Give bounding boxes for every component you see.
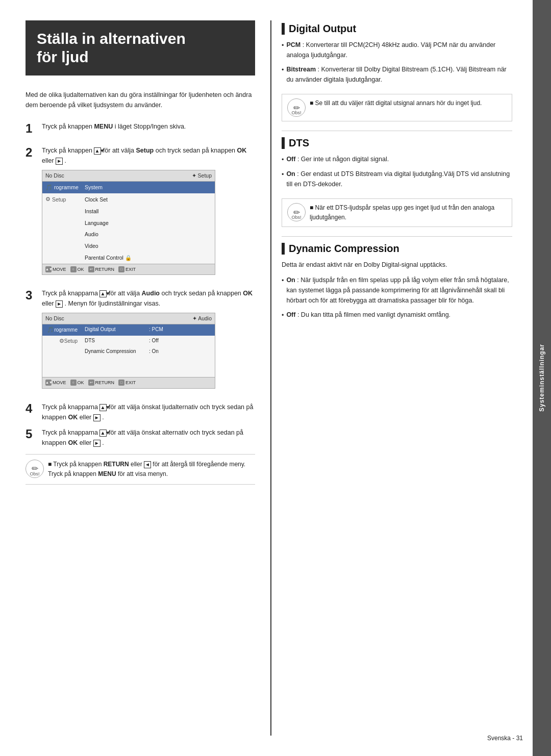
arrow-icon: ▲▼: [94, 147, 101, 155]
bullet-pcm-text: PCM : Konverterar till PCM(2CH) 48kHz au…: [286, 40, 512, 60]
return-icon: ↩: [88, 266, 94, 272]
arrow-icon: ▲▼: [99, 404, 107, 411]
obs-icon-bottom: ✏ Obs!: [26, 460, 44, 478]
footer-return-label: RETURN: [95, 266, 115, 273]
menu-right-video: Video: [81, 241, 215, 251]
menu-left-empty1: [42, 210, 81, 212]
menu-row-parental: Parental Control 🔒: [42, 252, 215, 264]
menu-header: No Disc ✦ Setup: [42, 170, 215, 182]
menu-audio-val-off: : Off: [147, 336, 215, 346]
step-5-content: Tryck på knapparna ▲▼ för att välja önsk…: [42, 427, 255, 448]
left-column: Ställa in alternativen för ljud Med de o…: [26, 20, 270, 736]
audio-footer-return: ↩ RETURN: [88, 379, 115, 386]
section-dyncomp-heading: Dynamic Compression: [282, 243, 512, 255]
step-1: 1 Tryck på knappen MENU i läget Stopp/In…: [26, 121, 255, 136]
menu-left-empty2: [42, 222, 81, 224]
bullet-bitstream: • Bitstream : Konverterar till Dolby Dig…: [282, 64, 512, 85]
bullet-dot-4: •: [282, 169, 284, 180]
bullet-dts-on-text: On : Ger endast ut DTS Bitstream via dig…: [286, 169, 512, 189]
sidebar-right: Systeminställningar: [533, 0, 551, 756]
title-line1: Ställa in alternativen: [37, 30, 244, 48]
divider-1: [282, 131, 512, 131]
bullet-dot-3: •: [282, 155, 284, 165]
step-3-number: 3: [26, 288, 37, 303]
section-dts-heading: DTS: [282, 137, 512, 149]
menu-audio-row-digital: 🎵rogramme Digital Output : PCM: [42, 324, 215, 336]
step-2-number: 2: [26, 145, 37, 160]
arrow-icon: ▲▼: [99, 430, 107, 437]
footer-move: ▲▼ MOVE: [45, 266, 66, 273]
move-icon: ▲▼: [45, 266, 52, 272]
menu-audio-key-digital: Digital Output: [81, 325, 147, 335]
menu-row-install: Install: [42, 206, 215, 217]
section-bar-3: [282, 243, 285, 255]
step-4: 4 Tryck på knapparna ▲▼ för att välja ön…: [26, 402, 255, 422]
menu-left-empty4: [42, 245, 81, 247]
step-4-number: 4: [26, 402, 37, 415]
menu-footer: ▲▼ MOVE ○ OK ↩ RETURN: [42, 264, 215, 274]
menu-setup: No Disc ✦ Setup 🎵rogramme System ⚙Setup …: [42, 170, 215, 275]
menu-right-audio: Audio: [81, 229, 215, 240]
bullet-dts-on: • On : Ger endast ut DTS Bitstream via d…: [282, 169, 512, 189]
audio-footer-exit-label: EXIT: [126, 379, 136, 386]
obs-dts-text: ■ När ett DTS-ljudspår spelas upp ges in…: [310, 203, 507, 222]
bullet-dot-1: •: [282, 40, 284, 51]
section-bar-1: [282, 23, 285, 35]
menu-row-system: 🎵rogramme System: [42, 182, 215, 194]
main-content: Ställa in alternativen för ljud Med de o…: [0, 0, 533, 756]
ok-icon: ○: [70, 266, 77, 272]
menu-right-clockset: Clock Set: [81, 194, 215, 205]
audio-move-icon: ▲▼: [45, 380, 52, 386]
step-5: 5 Tryck på knapparna ▲▼ för att välja ön…: [26, 427, 255, 448]
bullet-dts-off-text: Off : Ger inte ut någon digital signal.: [286, 154, 389, 164]
bullet-dot-6: •: [282, 310, 284, 320]
footer-ok-label: OK: [78, 266, 84, 273]
obs-label: Obs!: [30, 471, 39, 476]
bullet-pcm: • PCM : Konverterar till PCM(2CH) 48kHz …: [282, 40, 512, 60]
footer-exit-label: EXIT: [126, 266, 136, 273]
menu-header-left: No Disc: [45, 171, 64, 180]
bullet-dyncomp-off-text: Off : Du kan titta på filmen med vanligt…: [286, 310, 450, 320]
menu-audio-val-pcm: : PCM: [147, 325, 215, 335]
exit-icon: □: [118, 266, 124, 272]
menu-left-setup: ⚙Setup: [42, 194, 81, 205]
menu-left-empty5: [42, 257, 81, 259]
menu-left-empty3: [42, 234, 81, 236]
menu-right-language: Language: [81, 218, 215, 229]
footer-exit: □ EXIT: [118, 266, 136, 273]
bullet-dyncomp-off: • Off : Du kan titta på filmen med vanli…: [282, 310, 512, 320]
menu-audio-header: No Disc ✦ Audio: [42, 313, 215, 324]
section-title-dts: DTS: [289, 137, 309, 149]
section-title-digital-output: Digital Output: [289, 23, 356, 35]
arrow-icon: ►: [93, 440, 101, 447]
menu-audio-val-on: : On: [147, 347, 215, 356]
menu-audio-label-setup: ⚙Setup: [42, 336, 81, 346]
menu-right-parental: Parental Control 🔒: [81, 253, 215, 263]
audio-footer-ok-label: OK: [78, 379, 84, 386]
menu-audio-row-dts: ⚙Setup DTS : Off: [42, 336, 215, 347]
bullet-dot-2: •: [282, 65, 284, 75]
menu-audio-label-empty: [42, 347, 81, 356]
arrow-icon: ▲▼: [99, 290, 107, 297]
obs-label-1: Obs!: [291, 110, 301, 115]
obs-bottom: ✏ Obs! ■ Tryck på knappen RETURN eller ◄…: [26, 454, 255, 485]
audio-footer-move: ▲▼ MOVE: [45, 379, 66, 386]
menu-right-install: Install: [81, 206, 215, 217]
audio-footer-ok: ○ OK: [70, 379, 84, 386]
divider-2: [282, 236, 512, 237]
title-line2: för ljud: [37, 48, 244, 66]
menu-row-clockset: ⚙Setup Clock Set: [42, 193, 215, 206]
step-1-content: Tryck på knappen MENU i läget Stopp/Inge…: [42, 121, 255, 132]
menu-audio-label-programme: 🎵rogramme: [42, 325, 81, 335]
arrow-icon: ►: [56, 300, 63, 308]
bullet-dyncomp-on-text: On : När ljudspår från en film spelas up…: [286, 275, 512, 306]
obs-bottom-text: ■ Tryck på knappen RETURN eller ◄ för at…: [48, 460, 255, 479]
menu-row-video: Video: [42, 240, 215, 252]
footer-move-label: MOVE: [53, 266, 66, 273]
arrow-icon: ◄: [144, 461, 151, 468]
intro-text: Med de olika ljudalternativen kan du gör…: [26, 90, 255, 110]
menu-audio-key-dts: DTS: [81, 336, 147, 346]
obs-digital-text: ■ Se till att du väljer rätt digital uts…: [310, 98, 482, 108]
section-bar-2: [282, 137, 285, 149]
menu-right-system: System: [81, 182, 215, 193]
